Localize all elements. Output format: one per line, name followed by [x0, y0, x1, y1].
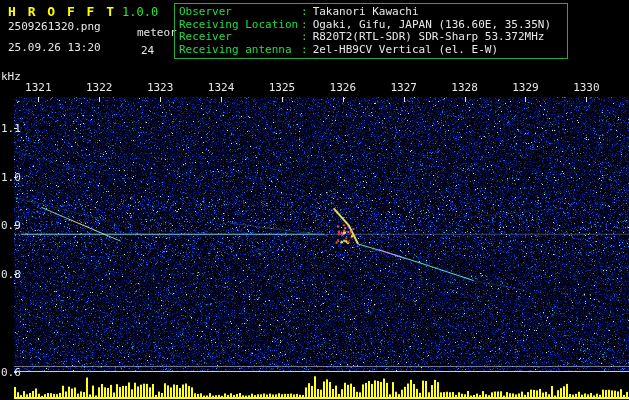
- app-version: 1.0.0: [122, 5, 158, 19]
- info-row-location: Receiving Location:Ogaki, Gifu, JAPAN (1…: [179, 19, 563, 31]
- observer-info-box: Observer:Takanori Kawachi Receiving Loca…: [174, 3, 568, 59]
- info-separator: :: [301, 30, 308, 43]
- app-title: H R O F F T: [8, 4, 116, 19]
- info-label: Observer: [179, 6, 301, 18]
- info-label: Receiver: [179, 31, 301, 43]
- datetime-label: 25.09.26 13:20: [8, 41, 101, 54]
- info-row-observer: Observer:Takanori Kawachi: [179, 6, 563, 18]
- info-label: Receiving antenna: [179, 44, 301, 56]
- mode-label: meteor: [137, 26, 177, 39]
- info-value: R820T2(RTL-SDR) SDR-Sharp 53.372MHz: [313, 30, 545, 43]
- info-value: Takanori Kawachi: [313, 5, 419, 18]
- info-separator: :: [301, 43, 308, 56]
- info-label: Receiving Location: [179, 19, 301, 31]
- info-separator: :: [301, 5, 308, 18]
- info-row-receiver: Receiver:R820T2(RTL-SDR) SDR-Sharp 53.37…: [179, 31, 563, 43]
- spectrogram-canvas: [0, 0, 629, 400]
- output-filename: 2509261320.png: [8, 20, 101, 33]
- info-value: 2el-HB9CV Vertical (el. E-W): [313, 43, 498, 56]
- info-value: Ogaki, Gifu, JAPAN (136.60E, 35.35N): [313, 18, 551, 31]
- hrofft-screen: H R O F F T 1.0.0 2509261320.png meteor …: [0, 0, 629, 400]
- info-separator: :: [301, 18, 308, 31]
- echo-count: 24: [141, 44, 154, 57]
- info-row-antenna: Receiving antenna:2el-HB9CV Vertical (el…: [179, 44, 563, 56]
